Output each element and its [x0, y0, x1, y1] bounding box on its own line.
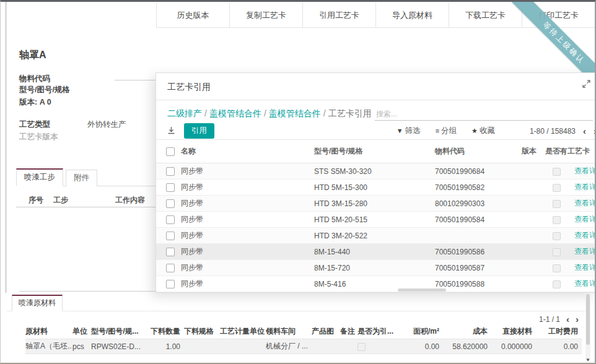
process-type-label: 工艺类型	[19, 119, 50, 130]
header-cut-spec[interactable]: 下料规格	[184, 326, 220, 337]
scrollbar-thumb[interactable]	[586, 294, 590, 345]
bottom-pager-prev-icon[interactable]: ‹	[566, 314, 569, 324]
has-card-checkbox	[553, 264, 561, 272]
horizontal-scrollbar[interactable]	[398, 288, 446, 292]
tab-paint-raw-material[interactable]: 喷漆原材料	[12, 295, 63, 311]
cell-spec: HTD 3M-20-522	[314, 232, 435, 240]
row-checkbox[interactable]	[166, 232, 175, 240]
cell-name: 同步带	[181, 214, 314, 225]
pager-prev-icon[interactable]: ‹	[583, 126, 586, 136]
expand-icon[interactable]	[581, 79, 592, 90]
cell-model-spec: RPWS02E-D...	[91, 342, 147, 351]
cell-name: 同步带	[181, 230, 314, 241]
group-icon: ≡	[436, 127, 439, 134]
row-checkbox[interactable]	[166, 215, 175, 224]
row-checkbox[interactable]	[166, 183, 175, 192]
cell-cut-qty: 1.00	[147, 342, 184, 351]
header-raw-material[interactable]: 原材料	[25, 326, 72, 337]
view-detail-link[interactable]: 查看详情	[574, 279, 596, 288]
row-checkbox[interactable]	[166, 167, 175, 176]
group-by-button[interactable]: ≡分组	[436, 126, 457, 136]
history-version-button[interactable]: 历史版本	[156, 3, 229, 28]
select-all-checkbox[interactable]	[166, 147, 175, 156]
view-detail-link[interactable]: 查看详情	[574, 263, 596, 272]
breadcrumb-link-2[interactable]: 盖模管结合件	[209, 108, 261, 118]
table-row[interactable]: 同步带 8M-5-416 700501990588 查看详情	[156, 276, 596, 292]
header-model-spec[interactable]: 型号/图号/规...	[91, 326, 147, 337]
view-detail-link[interactable]: 查看详情	[574, 167, 596, 175]
has-card-checkbox	[553, 184, 561, 192]
header-unit[interactable]: 单位	[72, 326, 91, 337]
raw-material-row[interactable]: 轴罩A（毛坯... pcs RPWS02E-D... 1.00 机械分厂 / .…	[25, 339, 582, 354]
header-direct-material[interactable]: 直接材料	[491, 326, 536, 337]
header-remark[interactable]: 备注	[340, 326, 357, 337]
breadcrumb-separator: /	[323, 108, 326, 118]
table-row[interactable]: 同步带 8M-15-440 700501990586 查看详情	[156, 244, 596, 260]
cell-code: 800102990303	[435, 199, 522, 208]
view-detail-link[interactable]: 查看详情	[574, 231, 596, 240]
table-row[interactable]: 同步带 8M-15-720 700501990587 查看详情	[156, 260, 596, 276]
view-detail-link[interactable]: 查看详情	[574, 199, 596, 207]
import-raw-material-button[interactable]: 导入原材料	[375, 3, 449, 28]
header-cost[interactable]: 成本	[443, 326, 491, 337]
raw-material-section: 喷漆原材料 1-1 / 1 ‹ › 原材料 单位 型号/图号/规... 下料数量…	[1, 293, 595, 364]
download-process-card-button[interactable]: 下载工艺卡	[449, 3, 522, 28]
header-version[interactable]: 版本	[522, 146, 545, 157]
tab-paint-steps[interactable]: 喷漆工步	[16, 168, 63, 186]
row-checkbox[interactable]	[166, 280, 175, 288]
header-is-reference[interactable]: 是否为引...	[357, 326, 393, 337]
modal-title: 工艺卡引用	[167, 82, 211, 93]
breadcrumb-link-1[interactable]: 二级排产	[167, 108, 202, 118]
view-detail-link[interactable]: 查看详情	[574, 247, 596, 256]
view-detail-link[interactable]: 查看详情	[574, 183, 596, 191]
scroll-down-icon[interactable]: ▼	[585, 357, 590, 363]
breadcrumb-link-3[interactable]: 盖模管结合件	[269, 108, 321, 118]
bottom-pager-range: 1-1 / 1	[539, 315, 560, 324]
breadcrumb-separator: /	[264, 108, 266, 118]
table-row[interactable]: 同步带 HTD 5M-15-300 700501990582 查看详情	[156, 180, 596, 196]
view-detail-link[interactable]: 查看详情	[574, 215, 596, 223]
bottom-pager-next-icon[interactable]: ›	[576, 314, 579, 324]
copy-process-card-button[interactable]: 复制工艺卡	[229, 3, 302, 28]
cell-code: 700501990588	[435, 280, 522, 288]
filter-group: ▼筛选 ≡分组 ★收藏	[397, 126, 495, 136]
pager-next-icon[interactable]: ›	[594, 126, 596, 136]
header-has-card[interactable]: 是否有工艺卡	[545, 146, 574, 157]
table-row[interactable]: 同步带 HTD 5M-20-515 700501990584 查看详情	[156, 212, 596, 228]
filter-button[interactable]: ▼筛选	[397, 126, 421, 136]
search-input[interactable]	[375, 108, 593, 121]
cell-direct-material: 0.000000	[491, 342, 536, 351]
cell-code: 700501990586	[435, 248, 522, 256]
download-icon[interactable]	[167, 126, 175, 136]
cell-name: 同步带	[181, 246, 314, 257]
table-row[interactable]: 同步带 HTD 3M-20-522 查看详情	[156, 228, 596, 244]
tab-attachments[interactable]: 附件	[66, 170, 97, 186]
table-row[interactable]: 同步带 STS S5M-30-320 700501990684 查看详情	[156, 163, 596, 180]
row-checkbox[interactable]	[166, 264, 175, 272]
header-cut-qty[interactable]: 下料数量	[147, 326, 184, 337]
cell-cost: 58.620000	[443, 342, 491, 351]
star-icon: ★	[471, 127, 478, 134]
reference-process-card-button[interactable]: 引用工艺卡	[302, 3, 375, 28]
header-spec[interactable]: 型号/图号/规格	[314, 146, 435, 157]
row-checkbox[interactable]	[166, 199, 175, 208]
favorites-button[interactable]: ★收藏	[471, 126, 495, 136]
header-material-code[interactable]: 物料代码	[435, 146, 522, 157]
vertical-scrollbar[interactable]	[585, 294, 590, 361]
bottom-tabbar: 喷漆原材料	[7, 297, 585, 311]
cell-spec: 8M-15-440	[314, 248, 435, 256]
refer-button[interactable]: 引用	[184, 123, 214, 139]
header-product-image[interactable]: 产品图	[312, 326, 340, 337]
has-card-checkbox	[553, 280, 561, 288]
cell-name: 同步带	[181, 279, 314, 289]
header-craft-unit[interactable]: 工艺计量单位	[220, 326, 266, 337]
header-labor-cost[interactable]: 工时费用	[536, 326, 582, 337]
header-name[interactable]: 名称	[181, 146, 314, 157]
reference-table-body: 同步带 STS S5M-30-320 700501990684 查看详情 同步带…	[156, 163, 596, 292]
row-checkbox[interactable]	[166, 248, 175, 256]
has-card-checkbox	[553, 248, 561, 256]
header-pick-workshop[interactable]: 领料车间	[266, 326, 312, 337]
header-area[interactable]: 面积/m²	[393, 326, 443, 337]
expand-arrows-icon	[582, 79, 591, 89]
table-row[interactable]: 同步带 HTD 3M-15-280 800102990303 查看详情	[156, 196, 596, 212]
